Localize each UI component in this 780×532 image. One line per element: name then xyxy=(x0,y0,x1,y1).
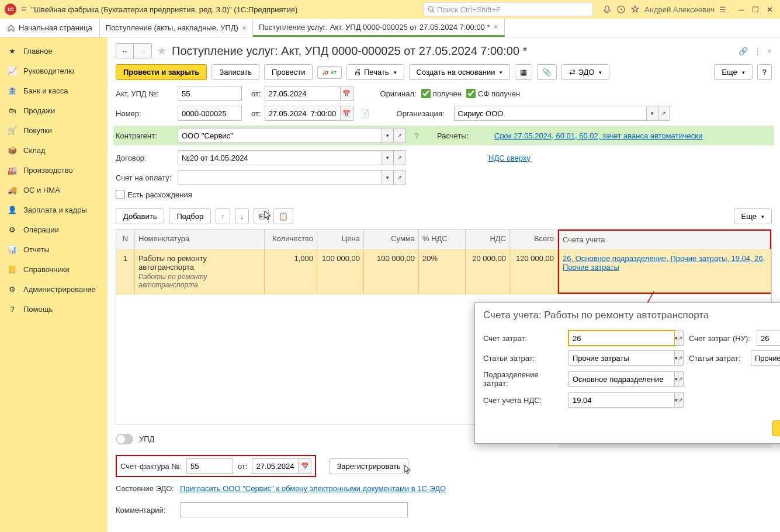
help-icon[interactable]: ? xyxy=(411,128,422,143)
comment-input[interactable] xyxy=(180,502,408,517)
table-more-button[interactable]: Еще xyxy=(734,208,772,224)
kebab-icon[interactable]: ⋮ xyxy=(754,47,761,55)
tab-receipt-doc[interactable]: Поступление услуг: Акт, УПД 0000-000025 … xyxy=(253,19,505,37)
user-menu-icon[interactable]: ☰ xyxy=(719,5,726,14)
col-vat[interactable]: НДС xyxy=(466,230,510,249)
calendar-icon[interactable]: 📅 xyxy=(299,458,311,474)
register-button[interactable]: Зарегистрировать xyxy=(329,458,408,474)
sidebar-item-admin[interactable]: ⚙Администрирование xyxy=(0,279,108,299)
ok-button[interactable]: ОК xyxy=(772,420,780,436)
create-based-button[interactable]: Создать на основании xyxy=(409,64,511,80)
edo-button[interactable]: ⇄ ЭДО xyxy=(561,64,609,80)
contr-input[interactable] xyxy=(178,128,382,143)
sidebar-item-catalogs[interactable]: 📒Справочники xyxy=(0,259,108,279)
invoice-input[interactable] xyxy=(178,170,382,185)
dropdown-icon[interactable]: ▾ xyxy=(647,106,658,121)
open-icon[interactable]: ↗ xyxy=(678,392,684,408)
doc-status-icon[interactable]: 📄 xyxy=(360,109,370,118)
sidebar-item-bank[interactable]: 🏦Банк и касса xyxy=(0,81,108,100)
menu-icon[interactable]: ≡ xyxy=(21,4,26,15)
bell-icon[interactable] xyxy=(602,5,612,14)
more-button[interactable]: Еще xyxy=(714,64,752,80)
user-name[interactable]: Андрей Алексеевич xyxy=(644,5,715,14)
upd-toggle[interactable] xyxy=(116,434,133,444)
search-input[interactable]: Поиск Ctrl+Shift+F xyxy=(424,2,593,16)
sidebar-item-operations[interactable]: ⚙Операции xyxy=(0,220,108,239)
history-icon[interactable] xyxy=(616,5,626,14)
dept-input[interactable] xyxy=(568,371,675,387)
print-button[interactable]: 🖨 Печать xyxy=(346,64,404,80)
post-button[interactable]: Провести xyxy=(264,64,313,80)
cost-item2-input[interactable] xyxy=(751,350,780,366)
sidebar-item-main[interactable]: ★Главное xyxy=(0,41,108,61)
add-button[interactable]: Добавить xyxy=(116,208,164,224)
contract-input[interactable] xyxy=(178,150,382,165)
cost-item-input[interactable] xyxy=(568,350,675,366)
calendar-icon[interactable]: 📅 xyxy=(341,86,353,101)
akt-num-input[interactable] xyxy=(178,86,242,101)
nav-back-button[interactable]: ← xyxy=(116,44,134,58)
pick-button[interactable]: Подбор xyxy=(169,208,211,224)
open-icon[interactable]: ↗ xyxy=(658,106,670,121)
calc-link[interactable]: Срок 27.05.2024, 60.01, 60.02, зачет ава… xyxy=(494,131,702,140)
grid-row[interactable]: 1 Работы по ремонту автотранспорта Работ… xyxy=(116,249,771,294)
cost-acc-input[interactable] xyxy=(568,331,675,346)
col-total[interactable]: Всего xyxy=(510,230,558,249)
sf-date-input[interactable] xyxy=(252,458,299,474)
dropdown-icon[interactable]: ▾ xyxy=(382,128,394,143)
close-doc-icon[interactable]: × xyxy=(767,47,772,55)
open-icon[interactable]: ↗ xyxy=(394,150,405,165)
sidebar-item-assets[interactable]: 🚚ОС и НМА xyxy=(0,180,108,200)
favorite-star-icon[interactable]: ★ xyxy=(157,44,167,58)
col-n[interactable]: N xyxy=(116,230,135,249)
open-icon[interactable]: ↗ xyxy=(678,371,684,387)
sidebar-item-manager[interactable]: 📈Руководителю xyxy=(0,61,108,81)
cost-acc-nu-input[interactable] xyxy=(757,331,780,346)
sidebar-item-salary[interactable]: 👤Зарплата и кадры xyxy=(0,200,108,220)
sidebar-item-purchases[interactable]: 🛒Покупки xyxy=(0,120,108,140)
move-up-button[interactable]: ↑ xyxy=(216,208,230,224)
related-button[interactable]: ▦ xyxy=(515,64,532,80)
star-icon[interactable] xyxy=(630,5,640,14)
sidebar-item-help[interactable]: ?Помощь xyxy=(0,299,108,319)
vat-acc-input[interactable] xyxy=(568,392,675,408)
dropdown-icon[interactable]: ▾ xyxy=(382,150,394,165)
paste-button[interactable]: 📋 xyxy=(273,208,293,224)
sf-num-input[interactable] xyxy=(186,458,233,474)
dropdown-icon[interactable]: ▾ xyxy=(382,170,394,185)
tab-home[interactable]: Начальная страница xyxy=(0,19,100,37)
open-icon[interactable]: ↗ xyxy=(678,350,684,366)
col-acc[interactable]: Счета учета xyxy=(558,230,771,249)
tab-close-icon[interactable]: × xyxy=(242,23,247,33)
edo-link[interactable]: Пригласить ООО "Сервис" к обмену электро… xyxy=(180,484,446,493)
link-icon[interactable]: 🔗 xyxy=(739,47,748,55)
calendar-icon[interactable]: 📅 xyxy=(341,106,353,121)
col-nom[interactable]: Номенклатура xyxy=(135,230,265,249)
post-close-button[interactable]: Провести и закрыть xyxy=(116,64,207,80)
sidebar-item-sales[interactable]: 🛍Продажи xyxy=(0,100,108,120)
col-sum[interactable]: Сумма xyxy=(364,230,419,249)
org-input[interactable] xyxy=(454,106,647,121)
close-button[interactable]: ✕ xyxy=(764,4,775,15)
vat-link[interactable]: НДС сверху xyxy=(488,154,531,162)
sf-received-checkbox[interactable]: СФ получен xyxy=(466,89,520,98)
tab-close-icon[interactable]: × xyxy=(494,22,498,32)
open-icon[interactable]: ↗ xyxy=(394,170,405,185)
nav-forward-button[interactable]: → xyxy=(134,44,151,58)
col-qty[interactable]: Количество xyxy=(265,230,317,249)
open-icon[interactable]: ↗ xyxy=(394,128,405,143)
discrepancy-checkbox[interactable]: Есть расхождения xyxy=(116,190,192,199)
num-date-input[interactable] xyxy=(265,106,341,121)
orig-received-checkbox[interactable]: получен xyxy=(421,89,462,98)
akt-date-input[interactable] xyxy=(265,86,341,101)
sidebar-item-production[interactable]: 🏭Производство xyxy=(0,160,108,180)
dtkt-button[interactable]: ДтКт xyxy=(317,66,342,79)
help-button[interactable]: ? xyxy=(757,64,772,80)
tab-receipts[interactable]: Поступление (акты, накладные, УПД) × xyxy=(100,19,253,37)
cell-acc[interactable]: 26, Основное подразделение, Прочие затра… xyxy=(558,249,771,294)
minimize-button[interactable]: ─ xyxy=(736,4,747,15)
move-down-button[interactable]: ↓ xyxy=(235,208,249,224)
attach-button[interactable]: 📎 xyxy=(537,64,557,80)
save-button[interactable]: Записать xyxy=(212,64,259,80)
maximize-button[interactable]: ☐ xyxy=(750,4,761,15)
